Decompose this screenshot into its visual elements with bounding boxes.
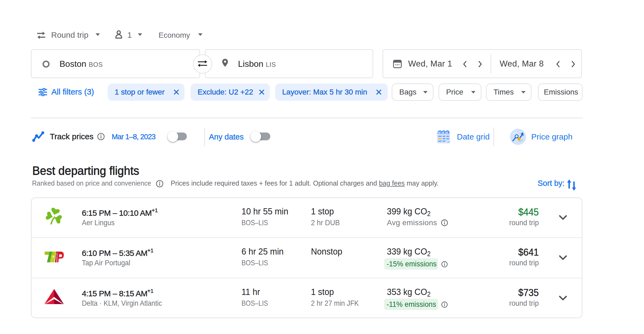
svg-text:AIR PORTUGAL: AIR PORTUGAL [56,252,58,262]
